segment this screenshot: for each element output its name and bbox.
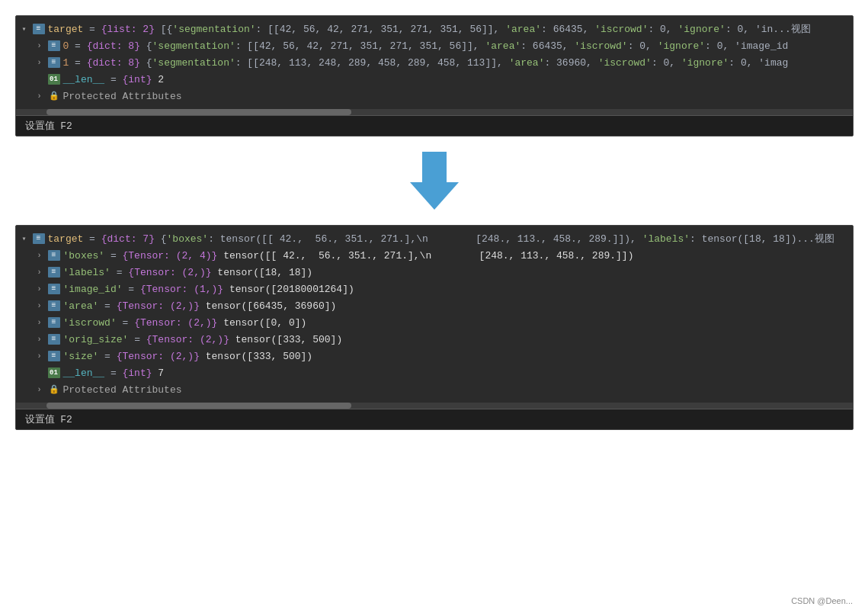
p2-arrow-target[interactable]: ▾	[22, 234, 33, 243]
p2-arrow-labels[interactable]: ›	[37, 268, 48, 277]
p2-list-icon-size	[48, 351, 60, 361]
debugger-panel-1: ▾ target = {list: 2} [{ 'segmentation' :…	[15, 15, 854, 136]
p2-row-labels[interactable]: › 'labels' = {Tensor: (2,)} tensor([18, …	[16, 264, 853, 281]
p2-protected-icon: 🔒	[48, 384, 60, 395]
p1-list-icon-1	[48, 57, 60, 68]
p2-var-target: target	[48, 233, 84, 245]
p2-key-iscrowd: 'iscrowd'	[63, 317, 117, 329]
p2-scrollbar-thumb[interactable]	[46, 403, 351, 409]
p1-key-1: 1	[63, 57, 69, 69]
p2-arrow-area[interactable]: ›	[37, 302, 48, 310]
panel-2-content: ▾ target = {dict: 7} { 'boxes' : tensor(…	[16, 226, 853, 403]
panel-1-wrapper: ▾ target = {list: 2} [{ 'segmentation' :…	[15, 15, 854, 136]
arrow-head	[410, 182, 459, 210]
panel-2-wrapper: ▾ target = {dict: 7} { 'boxes' : tensor(…	[15, 225, 854, 430]
panel-1-content: ▾ target = {list: 2} [{ 'segmentation' :…	[16, 16, 853, 109]
p2-len-key: __len__	[63, 367, 105, 379]
p2-arrow-boxes[interactable]: ›	[37, 252, 48, 260]
p2-arrow-iscrowd[interactable]: ›	[37, 319, 48, 327]
p1-protected-icon: 🔒	[48, 91, 60, 101]
p1-scrollbar-area[interactable]	[16, 109, 853, 115]
p2-row-target[interactable]: ▾ target = {dict: 7} { 'boxes' : tensor(…	[16, 230, 853, 247]
p2-list-icon-iscrowd	[48, 317, 60, 328]
csdn-watermark: CSDN @Deen...	[791, 596, 853, 605]
p2-row-image-id[interactable]: › 'image_id' = {Tensor: (1,)} tensor([20…	[16, 281, 853, 297]
p1-arrow-protected[interactable]: ›	[37, 92, 48, 101]
p2-key-orig-size: 'orig_size'	[63, 334, 129, 345]
p2-scrollbar-area[interactable]	[16, 403, 853, 409]
down-arrow-shape	[410, 152, 459, 210]
p2-key-labels: 'labels'	[63, 267, 111, 278]
arrow-connector	[410, 136, 459, 225]
p2-ol-icon-len: 01	[48, 367, 60, 378]
p1-row-1[interactable]: › 1 = {dict: 8} { 'segmentation' : [[248…	[16, 54, 853, 71]
p1-protected-label: Protected Attributes	[63, 91, 182, 102]
p2-arrow-image-id[interactable]: ›	[37, 285, 48, 294]
p1-arrow-0[interactable]: ›	[37, 42, 48, 50]
debugger-panel-2: ▾ target = {dict: 7} { 'boxes' : tensor(…	[15, 225, 854, 430]
p2-row-area[interactable]: › 'area' = {Tensor: (2,)} tensor([66435,…	[16, 297, 853, 314]
p2-row-size[interactable]: › 'size' = {Tensor: (2,)} tensor([333, 5…	[16, 348, 853, 364]
arrow-shaft	[422, 152, 447, 182]
p1-arrow-target[interactable]: ▾	[22, 24, 33, 34]
p2-row-orig-size[interactable]: › 'orig_size' = {Tensor: (2,)} tensor([3…	[16, 331, 853, 348]
p1-row-target[interactable]: ▾ target = {list: 2} [{ 'segmentation' :…	[16, 21, 853, 37]
p2-list-icon-area	[48, 300, 60, 311]
p1-status-bar: 设置值 F2	[16, 115, 853, 136]
p1-var-target: target	[48, 24, 84, 35]
p2-protected-label: Protected Attributes	[63, 384, 182, 396]
p2-arrow-orig-size[interactable]: ›	[37, 335, 48, 344]
p2-key-area: 'area'	[63, 300, 99, 312]
p2-list-icon-labels	[48, 267, 60, 278]
p2-status-text: 设置值 F2	[25, 414, 72, 425]
p1-len-key: __len__	[63, 74, 105, 85]
p1-list-icon-0	[48, 40, 60, 51]
p2-arrow-protected[interactable]: ›	[37, 386, 48, 394]
p1-list-icon-target	[33, 24, 45, 34]
p1-arrow-1[interactable]: ›	[37, 59, 48, 67]
p2-key-boxes: 'boxes'	[63, 250, 105, 262]
p2-list-icon-target	[33, 233, 45, 244]
p2-row-len: › 01 __len__ = {int} 7	[16, 364, 853, 381]
p1-scrollbar-thumb[interactable]	[46, 109, 351, 115]
p2-row-protected[interactable]: › 🔒 Protected Attributes	[16, 381, 853, 398]
p2-row-boxes[interactable]: › 'boxes' = {Tensor: (2, 4)} tensor([[ 4…	[16, 247, 853, 264]
p2-list-icon-boxes	[48, 250, 60, 261]
p1-row-0[interactable]: › 0 = {dict: 8} { 'segmentation' : [[42,…	[16, 37, 853, 54]
p1-row-protected[interactable]: › 🔒 Protected Attributes	[16, 88, 853, 104]
p2-row-iscrowd[interactable]: › 'iscrowd' = {Tensor: (2,)} tensor([0, …	[16, 314, 853, 331]
p2-list-icon-image-id	[48, 284, 60, 294]
p1-key-0: 0	[63, 40, 69, 52]
p2-list-icon-orig-size	[48, 334, 60, 345]
p2-key-image-id: 'image_id'	[63, 284, 123, 295]
p1-row-len: › 01 __len__ = {int} 2	[16, 71, 853, 88]
p2-arrow-size[interactable]: ›	[37, 352, 48, 361]
p1-ol-icon-len: 01	[48, 74, 60, 85]
p1-status-text: 设置值 F2	[25, 120, 72, 132]
p2-status-bar: 设置值 F2	[16, 409, 853, 429]
p2-key-size: 'size'	[63, 351, 99, 362]
